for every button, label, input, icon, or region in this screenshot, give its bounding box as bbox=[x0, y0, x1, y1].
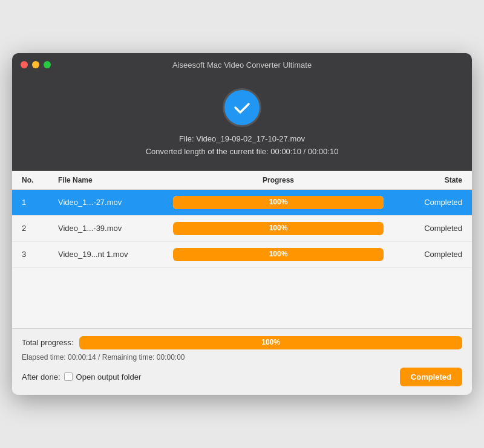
row-progress: 100% bbox=[167, 248, 390, 261]
progress-label: 100% bbox=[269, 198, 288, 206]
row-no: 2 bbox=[22, 224, 58, 233]
row-progress: 100% bbox=[167, 222, 390, 235]
main-window: Aiseesoft Mac Video Converter Ultimate F… bbox=[12, 53, 472, 395]
after-done-label: After done: bbox=[22, 372, 60, 381]
completed-button[interactable]: Completed bbox=[400, 368, 462, 386]
table-row[interactable]: 1 Video_1...-27.mov 100% Completed bbox=[12, 190, 472, 216]
row-filename: Video_1...-39.mov bbox=[58, 224, 167, 233]
close-button[interactable] bbox=[21, 61, 28, 68]
progress-label: 100% bbox=[269, 224, 288, 232]
col-header-state: State bbox=[390, 176, 462, 184]
file-info: File: Video_19-09-02_17-10-27.mov Conver… bbox=[146, 133, 339, 158]
table-row[interactable]: 3 Video_19...nt 1.mov 100% Completed bbox=[12, 242, 472, 268]
after-done-row: After done: Open output folder Completed bbox=[22, 368, 462, 386]
row-state: Completed bbox=[390, 198, 462, 207]
total-progress-label: Total progress: bbox=[22, 338, 73, 347]
progress-label: 100% bbox=[269, 250, 288, 258]
row-progress: 100% bbox=[167, 196, 390, 209]
col-header-no: No. bbox=[22, 176, 58, 184]
title-bar: Aiseesoft Mac Video Converter Ultimate bbox=[12, 53, 472, 76]
total-progress-bar: 100% bbox=[79, 336, 462, 349]
total-progress-row: Total progress: 100% bbox=[22, 336, 462, 349]
open-folder-checkbox[interactable] bbox=[64, 372, 73, 381]
empty-area bbox=[12, 268, 472, 328]
total-progress-text: 100% bbox=[261, 338, 280, 346]
row-state: Completed bbox=[390, 224, 462, 233]
open-folder-label: Open output folder bbox=[76, 372, 142, 381]
elapsed-time: Elapsed time: 00:00:14 / Remaining time:… bbox=[22, 353, 462, 362]
col-header-progress: Progress bbox=[167, 176, 390, 184]
table-row[interactable]: 2 Video_1...-39.mov 100% Completed bbox=[12, 216, 472, 242]
minimize-button[interactable] bbox=[32, 61, 39, 68]
row-no: 1 bbox=[22, 198, 58, 207]
file-info-line1: File: Video_19-09-02_17-10-27.mov bbox=[146, 133, 339, 146]
file-info-line2: Converted length of the current file: 00… bbox=[146, 146, 339, 158]
row-filename: Video_1...-27.mov bbox=[58, 198, 167, 207]
col-header-filename: File Name bbox=[58, 176, 167, 184]
footer-section: Total progress: 100% Elapsed time: 00:00… bbox=[12, 328, 472, 395]
row-no: 3 bbox=[22, 250, 58, 259]
header-section: File: Video_19-09-02_17-10-27.mov Conver… bbox=[12, 76, 472, 171]
table-header: No. File Name Progress State bbox=[12, 171, 472, 190]
row-state: Completed bbox=[390, 250, 462, 259]
completion-icon bbox=[223, 88, 261, 127]
traffic-lights bbox=[21, 61, 51, 68]
after-done-left: After done: Open output folder bbox=[22, 372, 141, 381]
maximize-button[interactable] bbox=[44, 61, 51, 68]
table-section: No. File Name Progress State 1 Video_1..… bbox=[12, 171, 472, 328]
row-filename: Video_19...nt 1.mov bbox=[58, 250, 167, 259]
window-title: Aiseesoft Mac Video Converter Ultimate bbox=[172, 60, 312, 70]
